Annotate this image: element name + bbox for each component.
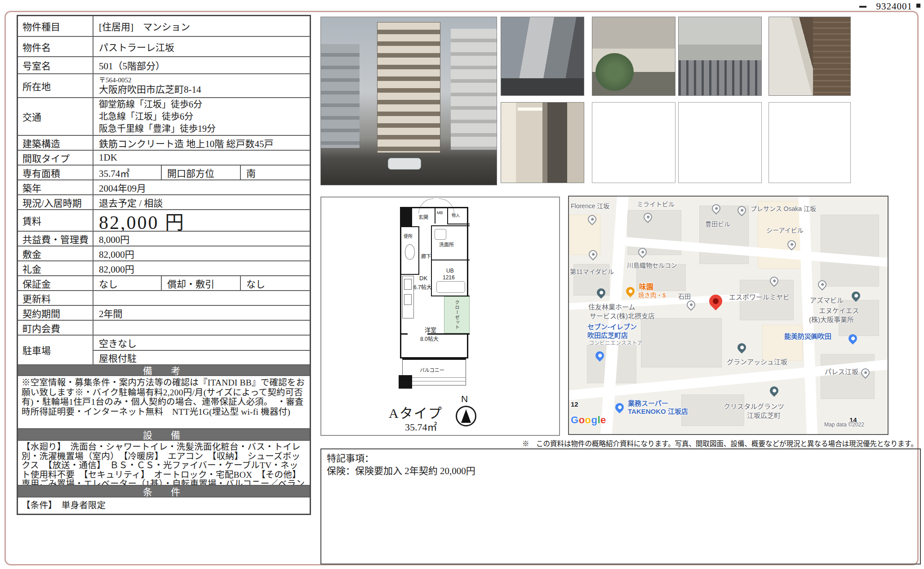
map-label-store: セブン-イレブン: [587, 322, 637, 331]
restaurant-pin: [626, 287, 635, 299]
photo-exterior-main: [320, 17, 497, 185]
map-label: グランアッシュ江坂: [727, 357, 787, 366]
map-label-store: 能美防災㈱吹田: [784, 331, 831, 341]
table-row: 築年 2004年09月: [18, 179, 310, 194]
row-label: 専有面積: [18, 166, 93, 179]
row-label: 駐車場: [18, 336, 93, 364]
row-value: [住居用] マンション: [93, 16, 310, 36]
table-row-rent: 賃料 82,000 円: [18, 209, 310, 231]
table-row-transit: 交通 御堂筋線「江坂」徒歩6分 北急線「江坂」徒歩6分 阪急千里線「豊津」徒歩1…: [18, 97, 310, 135]
table-row: 間取タイプ 1DK: [18, 150, 310, 165]
row-value-2: なし: [241, 276, 310, 290]
room-hall: 廊下: [421, 252, 431, 260]
map-label: 川島織物セルコン: [627, 260, 677, 269]
floorplan-area: 35.74㎡: [405, 419, 437, 433]
map-label: (株)大阪事業所: [809, 314, 854, 324]
parking-type: 屋根付駐: [93, 350, 310, 364]
property-spec-table: 物件種目 [住居用] マンション 物件名 パストラーレ江坂 号室名 501（5階…: [17, 15, 311, 515]
map-label-store: 吹田広芝町店: [587, 330, 628, 340]
destination-pin: [709, 295, 723, 313]
map-label: 第11マイダビル: [570, 267, 614, 276]
store-pin: [595, 351, 604, 363]
map-pin: [687, 300, 696, 312]
row-label: 物件種目: [18, 16, 93, 36]
row-value: 82,000円: [93, 261, 310, 275]
table-row: 更新料: [18, 290, 310, 305]
map-pin: [644, 213, 653, 224]
map-label: 住友林業ホーム: [588, 302, 635, 311]
store-pin: [848, 334, 857, 346]
building-shape: [377, 22, 440, 153]
bathtub: [436, 281, 465, 293]
business-pin: [737, 343, 746, 355]
wall-block: [401, 208, 412, 226]
document-id: 9324001: [876, 1, 913, 12]
special-notes-body: 保険：保険要加入 2年契約 20,000円: [327, 465, 915, 477]
car-shape: [388, 158, 421, 170]
wall: [435, 208, 435, 224]
conditions-text: 【条件】 単身者限定: [18, 497, 310, 514]
transit-line: 御堂筋線「江坂」徒歩6分: [99, 99, 310, 111]
row-label: 更新料: [18, 291, 93, 305]
room-mb: MB: [437, 211, 443, 215]
room-closet: クローゼット: [444, 296, 470, 333]
row-label-2: 開口部方位: [161, 166, 241, 179]
route-badge: 12: [571, 400, 578, 408]
wall: [447, 208, 448, 224]
map-label: エヌケイエス: [819, 305, 859, 315]
room-bedroom: 洋室: [425, 325, 436, 334]
map-label: サービス(株)北摂支店: [590, 311, 655, 320]
wall-block: [399, 375, 412, 389]
kitchen-counter: [402, 276, 414, 318]
parking-availability: 空きなし: [93, 336, 310, 350]
transit-line: 阪急千里線「豊津」徒歩19分: [99, 123, 310, 135]
compass-icon: [456, 406, 476, 426]
property-flyer: 9324001 物件種目 [住居用] マンション 物件名 パストラーレ江坂 号室…: [0, 0, 924, 569]
row-label: 契約期間: [18, 306, 93, 320]
map-label-store-sub: コンビニエンスストア: [589, 339, 643, 346]
rent-value: 82,000 円: [93, 210, 310, 231]
photo-entrance: [592, 17, 675, 96]
floorplan-panel: 玄関 MB 物入 便所 廊下 洗面所 UB 1216 DK: [320, 197, 560, 436]
map-label: パレス江坂: [825, 367, 858, 376]
row-value: 82,000円: [93, 246, 310, 260]
row-value: 1DK: [93, 151, 310, 165]
table-row: 物件名 パストラーレ江坂: [18, 36, 310, 56]
special-notes-panel: 特記事項： 保険：保険要加入 2年契約 20,000円: [320, 448, 921, 565]
section-header-conditions: 条 件: [18, 485, 310, 497]
transit-line: 北急線「江坂」徒歩6分: [99, 111, 310, 123]
postal-code: 〒564-0052: [99, 76, 310, 84]
wall: [447, 224, 470, 224]
row-value: [93, 321, 310, 335]
room-washroom: 洗面所: [431, 225, 470, 260]
registration-mark: [916, 4, 920, 8]
row-label: 物件名: [18, 37, 93, 56]
floorplan-drawing: 玄関 MB 物入 便所 廊下 洗面所 UB 1216 DK: [400, 207, 468, 358]
room-storage: 物入: [452, 212, 460, 218]
row-label: 礼金: [18, 261, 93, 275]
table-row: 町内会費: [18, 320, 310, 335]
row-value: 35.74㎡: [93, 166, 161, 179]
store-pin: [615, 403, 624, 415]
location-map: Florence 江坂 ミライトビル 豊田ビル プレサンス Osaka 江坂 シ…: [568, 196, 888, 435]
remarks-text: ※空室情報・募集条件・案内方法等の確認は『ITANDI BB』で確認をお願い致し…: [18, 375, 310, 428]
map-label: 石田: [678, 291, 691, 300]
table-row: 号室名 501（5階部分）: [18, 56, 310, 73]
map-label: 豊田ビル: [705, 219, 730, 228]
row-value: [93, 291, 310, 305]
room-toilet: 便所: [401, 226, 419, 275]
row-value: 2年間: [93, 306, 310, 320]
room-entrance: 玄関: [418, 213, 428, 220]
table-row: 物件種目 [住居用] マンション: [18, 16, 310, 36]
row-label: 敷金: [18, 246, 93, 260]
section-header-remarks: 備 考: [18, 364, 310, 375]
room-dk-size: 6.7帖大: [413, 283, 432, 291]
north-label: N: [461, 394, 468, 404]
photo-elevator-hall: [501, 102, 584, 183]
table-row: 礼金 82,000円: [18, 260, 310, 275]
registration-mark: [859, 6, 866, 8]
map-pin: [589, 250, 598, 262]
row-value: 鉄筋コンクリート造 地上10階 総戸数45戸: [93, 136, 310, 150]
row-label-2: 償却・敷引: [161, 276, 241, 290]
row-value: 〒564-0052 大阪府吹田市広芝町8-14: [93, 74, 310, 97]
